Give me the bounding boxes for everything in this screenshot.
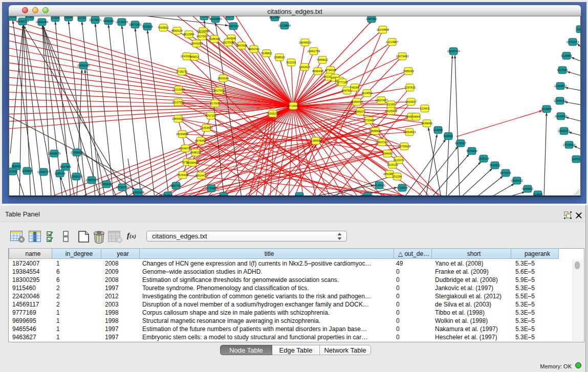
svg-text:1615132: 1615132 xyxy=(387,163,398,166)
svg-text:9227342: 9227342 xyxy=(557,69,568,72)
svg-text:989612: 989612 xyxy=(190,55,199,58)
svg-text:9474444: 9474444 xyxy=(466,149,477,152)
svg-text:15276021: 15276021 xyxy=(89,18,101,21)
svg-text:113403: 113403 xyxy=(420,107,429,110)
svg-text:8813054: 8813054 xyxy=(269,16,280,19)
svg-text:15692971: 15692971 xyxy=(558,129,570,133)
svg-text:16033809: 16033809 xyxy=(209,17,222,20)
svg-text:16961758: 16961758 xyxy=(308,50,320,53)
svg-text:12353594: 12353594 xyxy=(200,126,212,129)
svg-text:10025438: 10025438 xyxy=(385,110,397,113)
svg-text:17304: 17304 xyxy=(51,16,59,19)
svg-text:10807487: 10807487 xyxy=(375,99,387,102)
svg-text:2087652: 2087652 xyxy=(366,17,377,20)
svg-text:8471676: 8471676 xyxy=(500,171,511,174)
svg-text:6479197: 6479197 xyxy=(455,142,466,145)
svg-text:9129966: 9129966 xyxy=(561,54,572,57)
svg-text:9777169: 9777169 xyxy=(337,81,347,84)
svg-text:12505135: 12505135 xyxy=(70,175,82,178)
svg-text:12093872: 12093872 xyxy=(554,84,567,87)
svg-text:15751074: 15751074 xyxy=(567,40,579,43)
svg-text:19756928: 19756928 xyxy=(398,145,410,148)
svg-text:9327508: 9327508 xyxy=(223,41,233,44)
svg-text:3215955: 3215955 xyxy=(541,107,552,111)
svg-text:9245652: 9245652 xyxy=(522,187,533,190)
svg-text:18807249: 18807249 xyxy=(376,141,388,144)
svg-text:9684067: 9684067 xyxy=(382,152,393,155)
svg-text:16543352: 16543352 xyxy=(190,42,203,45)
svg-text:16782759: 16782759 xyxy=(116,186,128,189)
svg-text:9857791: 9857791 xyxy=(170,184,181,187)
svg-text:7515524: 7515524 xyxy=(142,25,153,28)
svg-text:16210643: 16210643 xyxy=(555,115,567,118)
svg-text:17359928: 17359928 xyxy=(71,151,83,154)
svg-text:12444193: 12444193 xyxy=(554,99,566,102)
svg-text:2718176: 2718176 xyxy=(176,70,187,73)
svg-text:14136141: 14136141 xyxy=(373,184,385,187)
svg-text:885061: 885061 xyxy=(12,165,21,168)
svg-text:7485063: 7485063 xyxy=(403,70,413,73)
svg-text:7986372: 7986372 xyxy=(355,110,365,113)
svg-text:9146821: 9146821 xyxy=(261,52,272,55)
svg-text:832203: 832203 xyxy=(287,61,296,64)
svg-text:917006: 917006 xyxy=(210,102,220,105)
svg-text:20053346: 20053346 xyxy=(77,64,90,67)
svg-text:9699695: 9699695 xyxy=(421,122,432,125)
svg-text:12942737: 12942737 xyxy=(37,170,50,173)
svg-text:10654112: 10654112 xyxy=(511,179,523,182)
svg-text:16107553: 16107553 xyxy=(172,101,184,104)
svg-text:7563822: 7563822 xyxy=(158,26,168,29)
svg-text:10973493: 10973493 xyxy=(396,55,408,58)
svg-text:19654923: 19654923 xyxy=(403,130,416,134)
svg-text:7357224: 7357224 xyxy=(228,25,238,28)
svg-text:746266: 746266 xyxy=(350,86,359,89)
svg-text:16648764: 16648764 xyxy=(447,50,460,53)
svg-text:19654923: 19654923 xyxy=(172,117,184,120)
svg-text:1156829: 1156829 xyxy=(21,169,32,172)
svg-text:8990448: 8990448 xyxy=(312,70,323,73)
svg-text:16640910: 16640910 xyxy=(299,41,311,44)
svg-text:116753: 116753 xyxy=(572,158,580,161)
svg-text:3624554: 3624554 xyxy=(361,92,372,95)
svg-text:8186328: 8186328 xyxy=(209,37,220,40)
svg-text:16154808: 16154808 xyxy=(377,28,389,31)
svg-text:9997586: 9997586 xyxy=(60,165,71,168)
svg-text:11172: 11172 xyxy=(577,28,580,31)
svg-text:164095: 164095 xyxy=(433,128,443,132)
svg-text:8660124: 8660124 xyxy=(171,29,182,32)
svg-text:16043: 16043 xyxy=(9,16,16,18)
svg-text:15300273: 15300273 xyxy=(267,112,279,115)
svg-text:17957223: 17957223 xyxy=(85,179,98,182)
svg-text:3915911: 3915911 xyxy=(9,170,18,173)
svg-text:9463627: 9463627 xyxy=(405,100,416,103)
svg-text:17016504: 17016504 xyxy=(563,143,575,146)
svg-text:6466160: 6466160 xyxy=(103,19,114,23)
svg-text:16671355: 16671355 xyxy=(129,23,141,26)
svg-text:8454749: 8454749 xyxy=(248,48,259,51)
svg-text:1362615: 1362615 xyxy=(299,65,310,69)
svg-text:10958107: 10958107 xyxy=(100,183,113,186)
svg-text:12213967: 12213967 xyxy=(386,40,398,43)
svg-text:6794028: 6794028 xyxy=(325,69,336,72)
svg-text:9327503: 9327503 xyxy=(197,35,207,38)
svg-text:20206576: 20206576 xyxy=(48,152,60,155)
svg-text:14099489: 14099489 xyxy=(186,161,199,164)
svg-text:2803144: 2803144 xyxy=(217,77,228,80)
svg-text:20364436: 20364436 xyxy=(351,100,363,103)
svg-text:8427552: 8427552 xyxy=(213,89,224,92)
svg-text:1733426: 1733426 xyxy=(397,186,407,189)
svg-text:93544: 93544 xyxy=(64,16,72,19)
svg-text:62160: 62160 xyxy=(387,103,395,106)
svg-text:76191: 76191 xyxy=(200,16,208,18)
svg-text:1588520: 1588520 xyxy=(274,56,285,59)
svg-text:20691406: 20691406 xyxy=(36,20,48,24)
svg-text:1145194: 1145194 xyxy=(54,172,65,175)
svg-text:8912954: 8912954 xyxy=(183,33,194,36)
svg-text:18724007: 18724007 xyxy=(287,104,299,107)
svg-text:8678352: 8678352 xyxy=(195,139,206,142)
svg-text:59644: 59644 xyxy=(412,115,420,118)
svg-text:252254: 252254 xyxy=(393,175,402,178)
svg-text:87342: 87342 xyxy=(26,16,33,18)
svg-text:7625402: 7625402 xyxy=(177,173,188,177)
svg-text:15720407: 15720407 xyxy=(363,119,375,122)
